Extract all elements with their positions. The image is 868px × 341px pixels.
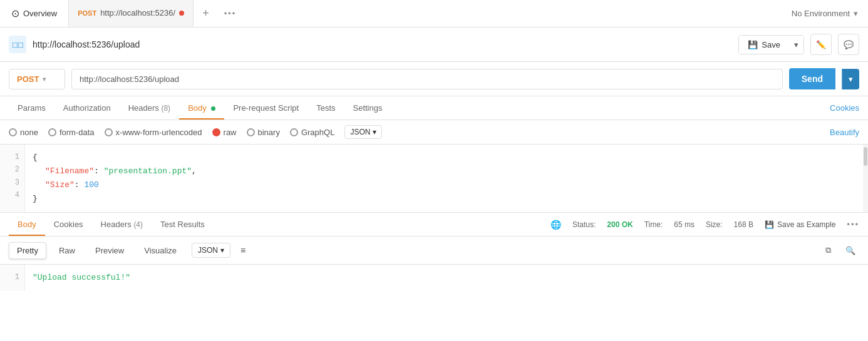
line-num-1: 1	[5, 151, 19, 163]
tests-label: Tests	[316, 103, 335, 113]
comment-icon: 💬	[844, 40, 854, 49]
resp-tab-headers[interactable]: Headers (4)	[92, 213, 152, 236]
send-label: Send	[802, 74, 823, 84]
response-tabs-bar: Body Cookies Headers (4) Test Results 🌐 …	[0, 213, 868, 237]
fmt-preview[interactable]: Preview	[88, 243, 132, 258]
radio-none	[9, 128, 17, 136]
search-response-button[interactable]: 🔍	[842, 242, 859, 259]
resp-lines: 1 "Upload successful!"	[0, 265, 868, 291]
code-lines: 1 2 3 4 { "Filename": "presentation.ppt"…	[0, 145, 868, 212]
cookies-label: Cookies	[830, 103, 859, 113]
top-navigation: ⊙ Overview POST http://localhost:5236/ +…	[0, 0, 868, 28]
radio-urlencoded	[105, 128, 113, 136]
code-content: { "Filename": "presentation.ppt", "Size"…	[25, 145, 868, 212]
time-text-label: Time:	[644, 220, 663, 229]
size-value: 168 B	[734, 220, 753, 229]
response-more-button[interactable]: •••	[847, 220, 859, 229]
body-type-none[interactable]: none	[9, 128, 38, 137]
cookies-link[interactable]: Cookies	[830, 103, 859, 113]
overview-tab[interactable]: ⊙ Overview	[0, 0, 68, 27]
code-line-2: "Filename": "presentation.ppt",	[33, 165, 860, 178]
tab-headers[interactable]: Headers (8)	[120, 96, 179, 120]
method-selector[interactable]: POST ▾	[9, 69, 65, 89]
tab-body[interactable]: Body	[179, 96, 224, 120]
env-label: No Environment	[792, 9, 850, 18]
fmt-pretty[interactable]: Pretty	[9, 242, 46, 259]
save-button[interactable]: 💾 Save	[739, 36, 789, 54]
request-bar: POST ▾ Send ▾	[0, 62, 868, 96]
preview-label: Preview	[95, 246, 124, 255]
json-format-select[interactable]: JSON ▾	[192, 243, 230, 258]
edit-icon-button[interactable]: ✏️	[810, 34, 832, 55]
pretty-label: Pretty	[17, 246, 38, 255]
send-dropdown-button[interactable]: ▾	[842, 69, 859, 89]
json-format-dropdown[interactable]: JSON ▾	[344, 125, 382, 139]
body-type-urlencoded[interactable]: x-www-form-urlencoded	[105, 128, 202, 137]
body-type-form-data[interactable]: form-data	[48, 128, 95, 137]
form-data-label: form-data	[59, 128, 95, 137]
tab-params[interactable]: Params	[9, 96, 54, 120]
editor-scrollbar[interactable]	[863, 145, 868, 212]
tab-settings[interactable]: Settings	[344, 96, 391, 120]
filter-icon: ≡	[240, 245, 245, 255]
url-input[interactable]	[71, 69, 783, 89]
radio-form-data	[48, 128, 56, 136]
plus-icon: +	[202, 7, 209, 20]
json-fmt-chevron: ▾	[220, 246, 224, 255]
body-type-binary[interactable]: binary	[247, 128, 280, 137]
save-button-group: 💾 Save ▾	[738, 35, 804, 54]
time-value: 65 ms	[674, 220, 695, 229]
body-type-raw[interactable]: raw	[212, 128, 237, 137]
environment-selector[interactable]: No Environment ▾	[782, 9, 868, 18]
resp-tab-cookies[interactable]: Cookies	[45, 213, 92, 236]
search-icon: 🔍	[845, 246, 855, 255]
response-code: 1 "Upload successful!"	[0, 265, 868, 291]
comment-icon-button[interactable]: 💬	[838, 34, 859, 55]
copy-response-button[interactable]: ⧉	[819, 242, 837, 259]
filter-icon-button[interactable]: ≡	[235, 242, 251, 258]
code-line-1: {	[33, 151, 860, 165]
response-format-bar: Pretty Raw Preview Visualize JSON ▾ ≡ ⧉ …	[0, 237, 868, 265]
method-chevron-icon: ▾	[43, 76, 46, 83]
response-more-icon: •••	[847, 220, 859, 229]
tabs-more-button[interactable]: •••	[218, 0, 243, 27]
line-numbers: 1 2 3 4	[0, 145, 25, 212]
raw-fmt-label: Raw	[59, 246, 75, 255]
resp-headers-label: Headers	[101, 220, 132, 229]
beautify-button[interactable]: Beautify	[830, 128, 859, 137]
tab-tests[interactable]: Tests	[307, 96, 344, 120]
new-tab-button[interactable]: +	[194, 0, 218, 27]
dots-icon: •••	[224, 9, 237, 18]
tab-authorization[interactable]: Authorization	[54, 96, 120, 120]
method-value: POST	[17, 74, 39, 84]
save-icon: 💾	[748, 40, 758, 49]
resp-code-line-1: "Upload successful!"	[33, 271, 860, 285]
resp-value: "Upload successful!"	[33, 273, 130, 282]
save-example-label: Save as Example	[777, 220, 835, 229]
body-label: Body	[188, 103, 207, 113]
graphql-label: GraphQL	[301, 128, 334, 137]
tab-prerequest[interactable]: Pre-request Script	[224, 96, 307, 120]
body-type-graphql[interactable]: GraphQL	[290, 128, 334, 137]
line-num-3: 3	[5, 176, 19, 189]
fmt-raw[interactable]: Raw	[51, 243, 83, 258]
request-tab[interactable]: POST http://localhost:5236/	[68, 0, 194, 27]
save-example-icon: 💾	[765, 220, 774, 229]
address-bar: ⬚⬚ http://localhost:5236/upload 💾 Save ▾…	[0, 28, 868, 62]
save-example-button[interactable]: 💾 Save as Example	[765, 220, 835, 229]
resp-line-numbers: 1	[0, 265, 25, 291]
save-label: Save	[762, 40, 780, 49]
resp-tab-test-results[interactable]: Test Results	[152, 213, 214, 236]
resp-code-content: "Upload successful!"	[25, 265, 868, 291]
icon-label: ⬚⬚	[12, 41, 23, 48]
save-dropdown-button[interactable]: ▾	[789, 36, 803, 54]
code-editor[interactable]: 1 2 3 4 { "Filename": "presentation.ppt"…	[0, 145, 868, 213]
json-format-label: JSON	[350, 128, 370, 136]
fmt-visualize[interactable]: Visualize	[137, 243, 184, 258]
send-button[interactable]: Send	[789, 68, 835, 89]
headers-label: Headers	[128, 103, 159, 113]
code-line-4: }	[33, 192, 860, 206]
size-text-label: Size:	[706, 220, 723, 229]
overview-label: Overview	[23, 9, 57, 18]
resp-tab-body[interactable]: Body	[9, 213, 45, 236]
